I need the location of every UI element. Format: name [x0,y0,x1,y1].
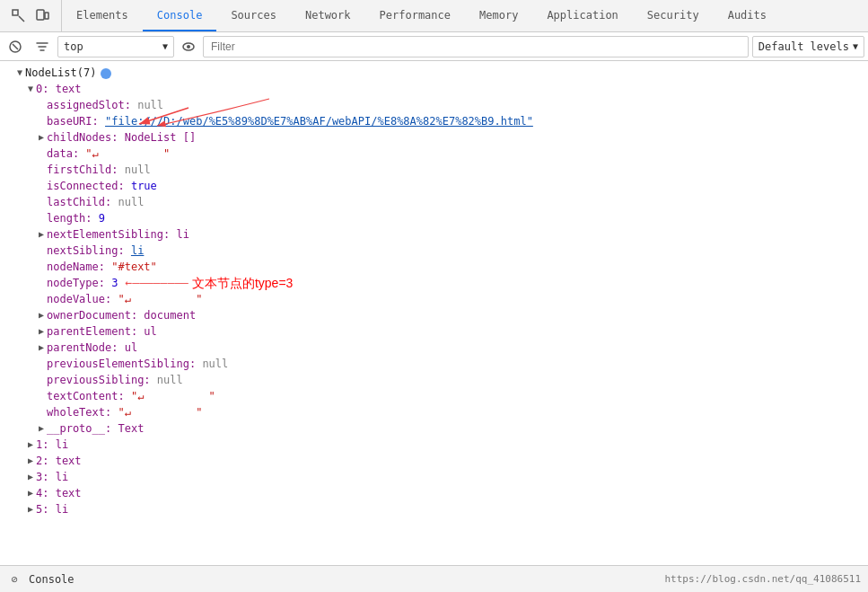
prop-key: data: [47,146,85,162]
filter-input[interactable] [203,36,749,57]
toggle-icon[interactable] [25,81,36,97]
list-item[interactable]: nextElementSibling: li [0,226,868,243]
list-item[interactable]: 0: text [0,81,868,97]
clear-console-icon[interactable] [4,36,26,57]
tab-audits[interactable]: Audits [714,0,781,31]
list-item[interactable]: data: "↵ " [0,146,868,162]
filter-icon[interactable] [31,36,53,57]
prop-value[interactable]: li [131,243,144,259]
list-item[interactable]: nextSibling: li [0,243,868,259]
list-item[interactable]: 4: text [0,485,868,501]
list-item[interactable]: parentElement: ul [0,323,868,340]
element-picker-icon[interactable] [8,5,30,27]
list-item[interactable]: nodeName: "#text" [0,259,868,275]
list-item[interactable]: firstChild: null [0,162,868,178]
prop-key: 5: li [36,501,68,517]
arrow-annotation: ←———————— [125,275,188,291]
eye-icon[interactable] [178,36,199,57]
prop-value: "↵ " [131,388,215,404]
prop-key: assignedSlot: [47,97,137,113]
nodetype-line[interactable]: nodeType: 3 ←———————— 文本节点的type=3 [0,275,868,291]
prop-key: baseURI: [47,113,105,129]
prop-key: isConnected: [47,178,131,194]
list-item[interactable]: __proto__: Text [0,420,868,437]
bottom-console-label: Console [29,573,75,586]
list-item[interactable]: NodeList(7) [0,65,868,81]
tab-elements[interactable]: Elements [62,0,143,31]
prop-key: 3: li [36,469,68,485]
list-item[interactable]: assignedSlot: null [0,97,868,113]
list-item[interactable]: baseURI: "file:///D:/web/%E5%89%8D%E7%AB… [0,113,868,129]
list-item[interactable]: lastChild: null [0,194,868,210]
toggle-icon[interactable] [36,323,47,340]
toggle-icon[interactable] [36,307,47,323]
prop-value: true [131,178,157,194]
toggle-icon[interactable] [36,226,47,243]
prop-key: textContent: [47,388,131,404]
svg-point-6 [187,45,190,49]
prop-value[interactable]: "file:///D:/web/%E5%89%8D%E7%AB%AF/webAP… [105,113,533,129]
context-value: top [64,40,83,53]
prop-value: null [202,356,228,372]
prop-key: 0: text [36,81,82,97]
list-item[interactable]: length: 9 [0,210,868,226]
tab-security[interactable]: Security [633,0,714,31]
svg-rect-0 [13,10,18,15]
list-item[interactable]: 3: li [0,469,868,485]
tab-performance[interactable]: Performance [365,0,465,31]
list-item[interactable]: 5: li [0,501,868,517]
devtools-window: Elements Console Sources Network Perform… [0,0,868,592]
tab-network[interactable]: Network [291,0,365,31]
prop-key: nodeName: [47,259,111,275]
list-item[interactable]: ownerDocument: document [0,307,868,323]
device-toggle-icon[interactable] [31,5,53,27]
list-item[interactable]: previousSibling: null [0,372,868,388]
prop-value: "↵ " [85,146,170,162]
prop-key: nodeType: [47,275,111,291]
console-icon[interactable]: ⊘ [7,572,22,587]
console-toolbar: top ▼ Default levels ▼ [0,32,868,61]
prop-key: parentNode: ul [47,340,137,356]
toggle-icon[interactable] [36,340,47,356]
tab-bar: Elements Console Sources Network Perform… [0,0,868,32]
svg-rect-2 [45,13,48,19]
list-item[interactable]: 2: text [0,453,868,469]
prop-value: 9 [99,210,105,226]
log-level-select[interactable]: Default levels ▼ [752,36,864,57]
toggle-icon[interactable] [25,453,36,469]
context-selector[interactable]: top ▼ [57,36,174,57]
toggle-icon[interactable] [36,420,47,437]
level-label: Default levels [758,40,849,53]
toggle-icon[interactable] [14,65,25,81]
toggle-icon[interactable] [25,469,36,485]
toggle-icon[interactable] [25,485,36,501]
bottom-bar: ⊘ Console https://blog.csdn.net/qq_41086… [0,565,868,592]
toggle-icon[interactable] [36,129,47,146]
prop-key: length: [47,210,99,226]
tab-application[interactable]: Application [532,0,632,31]
prop-key: parentElement: ul [47,323,157,340]
prop-key: nextElementSibling: li [47,226,189,243]
list-item[interactable]: isConnected: true [0,178,868,194]
prop-value: null [118,194,144,210]
tab-memory[interactable]: Memory [465,0,532,31]
tab-console[interactable]: Console [143,0,217,31]
zh-annotation: 文本节点的type=3 [192,275,293,291]
prop-key: 4: text [36,485,82,501]
prop-value: null [137,97,163,113]
prop-key: nextSibling: [47,243,131,259]
list-item[interactable]: 1: li [0,437,868,453]
toggle-icon[interactable] [25,437,36,453]
list-item[interactable]: parentNode: ul [0,340,868,356]
list-item[interactable]: textContent: "↵ " [0,388,868,404]
list-item[interactable]: nodeValue: "↵ " [0,291,868,307]
list-item[interactable]: wholeText: "↵ " [0,404,868,420]
tabs-container: Elements Console Sources Network Perform… [62,0,868,31]
context-chevron-icon: ▼ [162,41,168,51]
list-item[interactable]: childNodes: NodeList [] [0,129,868,146]
list-item[interactable]: previousElementSibling: null [0,356,868,372]
bottom-url: https://blog.csdn.net/qq_41086511 [664,573,861,585]
toggle-icon[interactable] [25,501,36,517]
prop-key: firstChild: [47,162,125,178]
tab-sources[interactable]: Sources [216,0,291,31]
